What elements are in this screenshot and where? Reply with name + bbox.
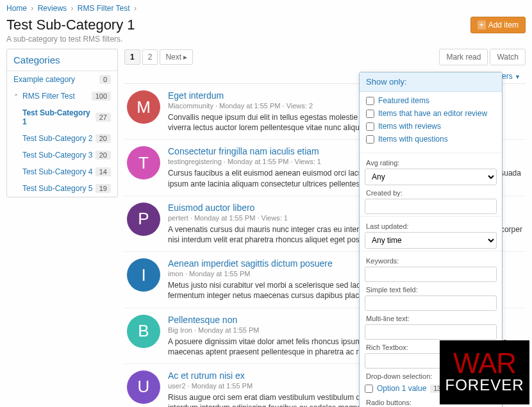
simple-text-input[interactable] bbox=[365, 295, 497, 311]
filter-checkbox[interactable] bbox=[366, 110, 374, 118]
crumb-reviews[interactable]: Reviews bbox=[38, 4, 67, 13]
dropdown-option-label[interactable]: Option 1 value bbox=[377, 384, 426, 393]
page-1[interactable]: 1 bbox=[124, 49, 140, 65]
caret-up-icon bbox=[13, 92, 20, 101]
sidebar-item-label: Example category bbox=[13, 75, 75, 84]
avatar[interactable]: U bbox=[127, 370, 160, 404]
filter-check-row: Featured items bbox=[365, 94, 497, 107]
sidebar-item-test-sub-category-4[interactable]: Test Sub-Category 414 bbox=[7, 163, 117, 180]
filter-check-label[interactable]: Items with reviews bbox=[378, 122, 441, 131]
sidebar-item-label: Test Sub-Category 2 bbox=[22, 134, 92, 143]
keywords-label: Keywords: bbox=[365, 253, 497, 267]
sidebar-item-test-sub-category-2[interactable]: Test Sub-Category 220 bbox=[7, 130, 117, 147]
page-next[interactable]: Next ▸ bbox=[160, 49, 193, 65]
sidebar-item-count: 20 bbox=[96, 134, 111, 143]
dropdown-option-check[interactable] bbox=[365, 385, 373, 393]
pagination: 1 2 Next ▸ bbox=[124, 49, 193, 65]
sidebar-item-label: Test Sub-Category 3 bbox=[22, 151, 92, 160]
sidebar-item-label: Test Sub-Category 5 bbox=[22, 184, 92, 193]
avatar[interactable]: M bbox=[127, 90, 160, 124]
filter-check-label[interactable]: Items that have an editor review bbox=[378, 109, 487, 118]
filter-check-label[interactable]: Featured items bbox=[378, 96, 429, 105]
item-title[interactable]: Pellentesque non bbox=[168, 315, 237, 325]
plus-icon: + bbox=[478, 21, 486, 29]
item-title[interactable]: Eget interdum bbox=[168, 90, 224, 101]
filter-check-row: Items that have an editor review bbox=[365, 107, 497, 120]
created-by-label: Created by: bbox=[365, 185, 497, 199]
caret-down-icon: ▼ bbox=[515, 74, 520, 80]
sidebar-item-example-category[interactable]: Example category0 bbox=[7, 71, 117, 88]
crumb-home[interactable]: Home bbox=[6, 4, 27, 13]
filter-checkbox[interactable] bbox=[366, 122, 374, 131]
sidebar-item-label: RMS Filter Test bbox=[22, 92, 75, 101]
multiline-input[interactable] bbox=[365, 324, 497, 340]
crumb-filter-test[interactable]: RMS Filter Test bbox=[78, 4, 130, 13]
keywords-input[interactable] bbox=[365, 267, 497, 282]
sidebar-item-count: 27 bbox=[96, 113, 111, 122]
sidebar-item-rms-filter-test[interactable]: RMS Filter Test100 bbox=[7, 88, 117, 104]
sidebar-item-count: 14 bbox=[96, 167, 111, 176]
avatar[interactable]: P bbox=[127, 203, 160, 236]
page-title: Test Sub-Category 1 bbox=[6, 17, 135, 33]
filter-panel-header: Show only: bbox=[360, 72, 502, 92]
item-title[interactable]: Aenean imperdiet sagittis dictum posuere bbox=[168, 258, 333, 269]
chevron-right-icon: › bbox=[31, 4, 33, 13]
watch-button[interactable]: Watch bbox=[490, 49, 526, 65]
filter-check-label[interactable]: Items with questions bbox=[378, 135, 448, 144]
breadcrumb: Home › Reviews › RMS Filter Test › bbox=[0, 0, 532, 17]
simple-text-label: Simple text field: bbox=[365, 282, 497, 295]
sidebar-item-label: Test Sub-Category 4 bbox=[22, 167, 92, 176]
filter-checkbox[interactable] bbox=[366, 97, 374, 105]
sidebar-item-count: 100 bbox=[92, 92, 111, 101]
multiline-label: Multi-line text: bbox=[365, 311, 497, 324]
filter-check-row: Items with reviews bbox=[365, 120, 497, 133]
mark-read-button[interactable]: Mark read bbox=[439, 49, 488, 65]
war-forever-logo: WAR FOREVER bbox=[440, 340, 529, 404]
categories-heading: Categories bbox=[7, 49, 117, 71]
sidebar-item-count: 0 bbox=[99, 75, 111, 84]
categories-box: Categories Example category0RMS Filter T… bbox=[6, 49, 118, 197]
last-updated-select[interactable]: Any time bbox=[365, 232, 497, 249]
page-2[interactable]: 2 bbox=[142, 49, 158, 65]
filter-check-row: Items with questions bbox=[365, 133, 497, 145]
avatar[interactable]: I bbox=[127, 258, 160, 292]
add-item-button[interactable]: +Add item bbox=[470, 17, 526, 33]
last-updated-label: Last updated: bbox=[365, 219, 497, 232]
sidebar-item-test-sub-category-5[interactable]: Test Sub-Category 519 bbox=[7, 180, 117, 197]
sidebar-item-count: 19 bbox=[96, 184, 111, 193]
sidebar-item-label: Test Sub-Category 1 bbox=[22, 108, 96, 126]
chevron-right-icon: › bbox=[134, 4, 137, 13]
avg-rating-label: Avg rating: bbox=[365, 155, 497, 169]
avatar[interactable]: B bbox=[127, 315, 160, 348]
item-title[interactable]: Consectetur fringilla nam iaculis etiam bbox=[168, 146, 319, 156]
sidebar-item-test-sub-category-3[interactable]: Test Sub-Category 320 bbox=[7, 147, 117, 163]
sidebar-item-test-sub-category-1[interactable]: Test Sub-Category 127 bbox=[7, 104, 117, 130]
avatar[interactable]: T bbox=[127, 146, 160, 179]
page-subtitle: A sub-category to test RMS filters. bbox=[6, 35, 135, 44]
filter-checkbox[interactable] bbox=[366, 135, 374, 144]
chevron-right-icon: › bbox=[71, 4, 73, 13]
created-by-input[interactable] bbox=[365, 199, 497, 214]
item-title[interactable]: Ac et rutrum nisi ex bbox=[168, 370, 245, 381]
item-title[interactable]: Euismod auctor libero bbox=[168, 203, 254, 213]
sidebar-item-count: 20 bbox=[96, 151, 111, 160]
avg-rating-select[interactable]: Any bbox=[365, 169, 497, 185]
